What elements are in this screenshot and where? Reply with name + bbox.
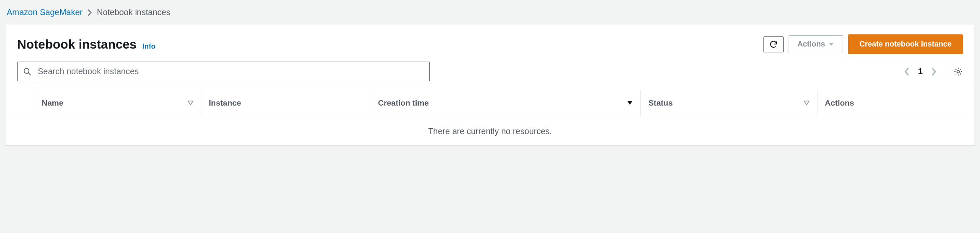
create-notebook-instance-button[interactable]: Create notebook instance bbox=[848, 34, 963, 54]
notebook-instances-table: Name Instance Creation time bbox=[5, 89, 975, 145]
column-label: Instance bbox=[209, 98, 241, 108]
column-header-status[interactable]: Status bbox=[641, 89, 817, 117]
column-label: Actions bbox=[825, 98, 854, 108]
column-header-creation-time[interactable]: Creation time bbox=[370, 89, 641, 117]
sort-desc-icon bbox=[627, 101, 633, 106]
search-icon bbox=[23, 67, 31, 76]
panel-header: Notebook instances Info Actions Create n… bbox=[5, 25, 975, 62]
empty-message: There are currently no resources. bbox=[5, 117, 975, 146]
column-label: Name bbox=[42, 98, 64, 108]
pagination: 1 bbox=[904, 66, 963, 78]
column-header-actions: Actions bbox=[817, 89, 975, 117]
sort-icon bbox=[188, 101, 193, 106]
panel-title-group: Notebook instances Info bbox=[17, 37, 155, 52]
column-select-all bbox=[5, 89, 34, 117]
actions-dropdown-button[interactable]: Actions bbox=[789, 35, 843, 53]
search-input[interactable] bbox=[17, 62, 430, 81]
chevron-right-icon bbox=[88, 9, 92, 16]
breadcrumb: Amazon SageMaker Notebook instances bbox=[5, 8, 975, 17]
column-header-name[interactable]: Name bbox=[34, 89, 201, 117]
refresh-button[interactable] bbox=[763, 36, 784, 52]
refresh-icon bbox=[769, 40, 778, 49]
sort-icon bbox=[804, 101, 810, 106]
pagination-next-button[interactable] bbox=[931, 67, 936, 76]
pagination-current-page: 1 bbox=[918, 67, 923, 76]
divider bbox=[945, 66, 945, 78]
svg-point-0 bbox=[24, 68, 29, 73]
column-label: Status bbox=[648, 98, 673, 108]
settings-button[interactable] bbox=[954, 67, 963, 76]
svg-line-1 bbox=[28, 73, 31, 75]
table-empty-row: There are currently no resources. bbox=[5, 117, 975, 146]
actions-label: Actions bbox=[797, 39, 825, 49]
pagination-prev-button[interactable] bbox=[904, 67, 910, 76]
breadcrumb-parent-link[interactable]: Amazon SageMaker bbox=[7, 8, 83, 17]
toolbar: 1 bbox=[5, 62, 975, 89]
notebook-instances-panel: Notebook instances Info Actions Create n… bbox=[5, 25, 975, 146]
breadcrumb-current: Notebook instances bbox=[97, 8, 170, 17]
svg-point-2 bbox=[957, 70, 959, 73]
info-link[interactable]: Info bbox=[142, 42, 155, 51]
header-actions: Actions Create notebook instance bbox=[763, 34, 963, 54]
column-header-instance[interactable]: Instance bbox=[201, 89, 370, 117]
search-container bbox=[17, 62, 430, 81]
caret-down-icon bbox=[828, 42, 834, 47]
column-label: Creation time bbox=[378, 98, 428, 108]
page-title: Notebook instances bbox=[17, 37, 137, 52]
gear-icon bbox=[954, 67, 963, 76]
